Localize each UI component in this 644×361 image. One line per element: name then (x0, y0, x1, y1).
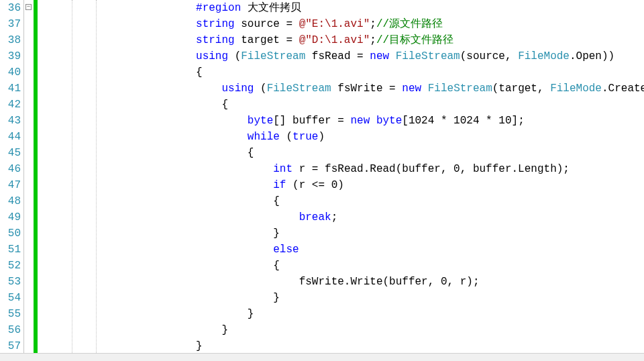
line-number: 51 (0, 242, 23, 258)
token-txt: 大文件拷贝 (241, 2, 301, 14)
code-line: { (99, 64, 644, 81)
code-line: { (99, 97, 644, 113)
token-cmt: //目标文件路径 (376, 34, 453, 46)
token-kw: byte (376, 115, 402, 127)
token-kw: #region (196, 2, 241, 14)
token-txt: ( (228, 50, 241, 62)
token-kw: new (350, 115, 370, 127)
token-kw: new (370, 50, 389, 62)
token-txt: { (248, 147, 254, 159)
token-type: FileStream (241, 50, 305, 62)
line-number-gutter: 3637383940414243444546474849505152535455… (0, 0, 24, 361)
token-txt: ; (331, 211, 338, 223)
token-txt: } (196, 340, 203, 352)
line-number: 55 (0, 306, 23, 322)
token-txt: { (196, 66, 203, 79)
code-line: { (99, 145, 644, 161)
token-kw: new (402, 83, 421, 95)
line-number: 46 (0, 161, 23, 177)
line-number: 49 (0, 209, 23, 225)
token-txt: [1024 * 1024 * 10]; (402, 115, 524, 127)
token-kw: int (273, 163, 292, 175)
code-line: #region 大文件拷贝 (99, 0, 644, 16)
horizontal-scrollbar[interactable] (0, 353, 644, 361)
token-txt: [] buffer = (273, 115, 350, 127)
code-line: { (99, 258, 644, 274)
line-number: 43 (0, 113, 23, 129)
token-txt: r = fsRead.Read(buffer, 0, buffer.Length… (292, 163, 570, 175)
token-txt: (target, (492, 83, 550, 95)
code-line: using (FileStream fsRead = new FileStrea… (99, 48, 644, 64)
token-txt: } (221, 324, 228, 336)
token-txt: ( (280, 131, 292, 143)
code-line: using (FileStream fsWrite = new FileStre… (99, 81, 644, 97)
code-text-area[interactable]: #region 大文件拷贝 string source = @"E:\1.avi… (97, 0, 644, 361)
token-kw: using (221, 83, 254, 95)
token-kw: while (248, 131, 280, 143)
token-txt: ) (318, 131, 325, 143)
token-txt: source = (235, 18, 299, 30)
line-number: 52 (0, 258, 23, 274)
token-str: @"D:\1.avi" (299, 34, 370, 46)
line-number: 37 (0, 16, 23, 32)
line-number: 36 (0, 0, 23, 16)
token-txt: fsWrite.Write(buffer, 0, r); (299, 276, 480, 288)
token-txt: fsRead = (305, 50, 370, 62)
token-txt: { (273, 260, 280, 272)
line-number: 48 (0, 193, 23, 209)
token-txt: .Create)) (602, 83, 644, 95)
line-number: 56 (0, 322, 23, 338)
token-str: @"E:\1.avi" (299, 18, 370, 30)
token-txt: (r <= 0) (286, 179, 343, 191)
line-number: 39 (0, 48, 23, 64)
indent-guide-1 (38, 0, 72, 361)
token-kw: using (196, 50, 228, 62)
code-line: } (99, 338, 644, 354)
fold-toggle-icon[interactable]: − (25, 4, 32, 10)
token-txt: } (248, 308, 254, 320)
token-type: FileStream (396, 50, 460, 62)
token-type: FileStream (267, 83, 331, 95)
code-line: while (true) (99, 129, 644, 145)
line-number: 45 (0, 145, 23, 161)
line-number: 41 (0, 81, 23, 97)
line-number: 57 (0, 338, 23, 354)
code-line: if (r <= 0) (99, 177, 644, 193)
code-editor[interactable]: 3637383940414243444546474849505152535455… (0, 0, 644, 361)
token-type: FileStream (428, 83, 492, 95)
indent-guide-2 (72, 0, 97, 361)
token-txt: ; (370, 34, 376, 46)
code-line: byte[] buffer = new byte[1024 * 1024 * 1… (99, 113, 644, 129)
code-line: } (99, 225, 644, 242)
token-txt: target = (235, 34, 299, 46)
line-number: 44 (0, 129, 23, 145)
token-kw: break (299, 211, 331, 223)
token-kw: else (273, 244, 299, 256)
token-kw: string (196, 18, 235, 30)
token-kw: if (273, 179, 286, 191)
code-line: string target = @"D:\1.avi";//目标文件路径 (99, 32, 644, 48)
line-number: 38 (0, 32, 23, 48)
token-kw: true (292, 131, 318, 143)
code-line: fsWrite.Write(buffer, 0, r); (99, 274, 644, 290)
token-txt: } (273, 292, 280, 304)
token-txt: ( (254, 83, 266, 95)
code-line: else (99, 242, 644, 258)
token-cmt: //源文件路径 (376, 18, 443, 30)
line-number: 54 (0, 290, 23, 306)
code-line: string source = @"E:\1.avi";//源文件路径 (99, 16, 644, 32)
token-kw: byte (248, 115, 273, 127)
token-txt (370, 115, 376, 127)
token-type: FileMode (518, 50, 570, 62)
token-txt: fsWrite = (331, 83, 402, 95)
token-kw: string (196, 34, 235, 46)
code-line: break; (99, 209, 644, 225)
line-number: 40 (0, 64, 23, 81)
token-txt (389, 50, 396, 62)
token-txt (421, 83, 428, 95)
token-txt: { (273, 195, 280, 207)
line-number: 42 (0, 97, 23, 113)
code-line: int r = fsRead.Read(buffer, 0, buffer.Le… (99, 161, 644, 177)
token-txt: } (273, 227, 280, 240)
line-number: 47 (0, 177, 23, 193)
